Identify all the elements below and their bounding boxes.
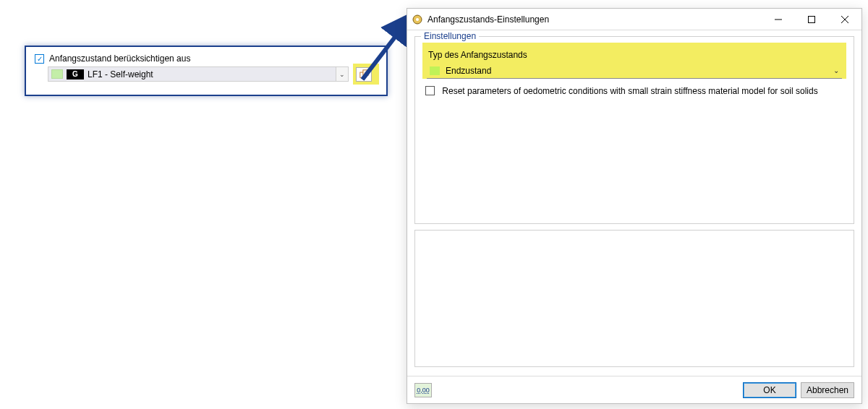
load-case-type-badge: G bbox=[67, 69, 84, 79]
open-settings-button[interactable] bbox=[356, 67, 372, 82]
edit-icon bbox=[359, 69, 369, 79]
type-color-swatch bbox=[430, 66, 440, 75]
secondary-groupbox bbox=[414, 230, 854, 367]
settings-groupbox-title: Einstellungen bbox=[421, 31, 479, 41]
consider-initial-state-checkbox[interactable] bbox=[35, 54, 44, 64]
cancel-button[interactable]: Abbrechen bbox=[801, 382, 854, 398]
load-case-dropdown-value: LF1 - Self-weight bbox=[88, 69, 333, 79]
reset-parameters-checkbox[interactable] bbox=[425, 86, 435, 95]
close-button[interactable] bbox=[828, 9, 861, 30]
initial-state-settings-dialog: Anfangszustands-Einstellungen Einstellun… bbox=[407, 8, 862, 404]
dialog-footer: 0,00 OK Abbrechen bbox=[407, 376, 861, 403]
dialog-body: Einstellungen Typ des Anfangszustands En… bbox=[407, 30, 861, 376]
minimize-icon bbox=[775, 16, 782, 23]
ok-button[interactable]: OK bbox=[743, 382, 796, 398]
type-label: Typ des Anfangszustands bbox=[428, 50, 842, 60]
dialog-app-icon bbox=[412, 14, 423, 25]
maximize-button[interactable] bbox=[795, 9, 828, 30]
ok-button-label: OK bbox=[763, 385, 775, 395]
footer-value-indicator[interactable]: 0,00 bbox=[414, 383, 432, 397]
load-case-dropdown-toggle[interactable]: ⌄ bbox=[336, 66, 349, 82]
source-panel: Anfangszustand berücksichtigen aus G LF1… bbox=[25, 46, 388, 96]
highlighted-button-region bbox=[353, 64, 379, 85]
dialog-title: Anfangszustands-Einstellungen bbox=[427, 14, 549, 25]
reset-parameters-row: Reset parameters of oedometric condition… bbox=[424, 86, 845, 96]
chevron-down-icon: ⌄ bbox=[339, 71, 345, 78]
settings-groupbox: Einstellungen Typ des Anfangszustands En… bbox=[414, 36, 854, 224]
footer-value-text: 0,00 bbox=[417, 387, 430, 394]
reset-parameters-label: Reset parameters of oedometric condition… bbox=[442, 86, 817, 96]
cancel-button-label: Abbrechen bbox=[807, 385, 848, 395]
load-case-dropdown[interactable]: G LF1 - Self-weight bbox=[48, 66, 336, 82]
consider-initial-state-row: Anfangszustand berücksichtigen aus bbox=[35, 53, 379, 64]
svg-point-3 bbox=[416, 18, 419, 21]
highlighted-type-field: Typ des Anfangszustands Endzustand ⌄ bbox=[422, 43, 846, 79]
type-dropdown-value: Endzustand bbox=[446, 66, 833, 76]
consider-initial-state-label: Anfangszustand berücksichtigen aus bbox=[49, 53, 190, 64]
load-case-color-swatch bbox=[51, 69, 63, 79]
minimize-button[interactable] bbox=[762, 9, 795, 30]
maximize-icon bbox=[808, 16, 815, 23]
dialog-titlebar: Anfangszustands-Einstellungen bbox=[407, 9, 861, 30]
svg-rect-4 bbox=[809, 16, 815, 22]
close-icon bbox=[841, 16, 848, 23]
type-dropdown[interactable]: Endzustand ⌄ bbox=[427, 63, 842, 79]
load-case-row: G LF1 - Self-weight ⌄ bbox=[48, 66, 379, 82]
chevron-down-icon: ⌄ bbox=[833, 66, 839, 74]
